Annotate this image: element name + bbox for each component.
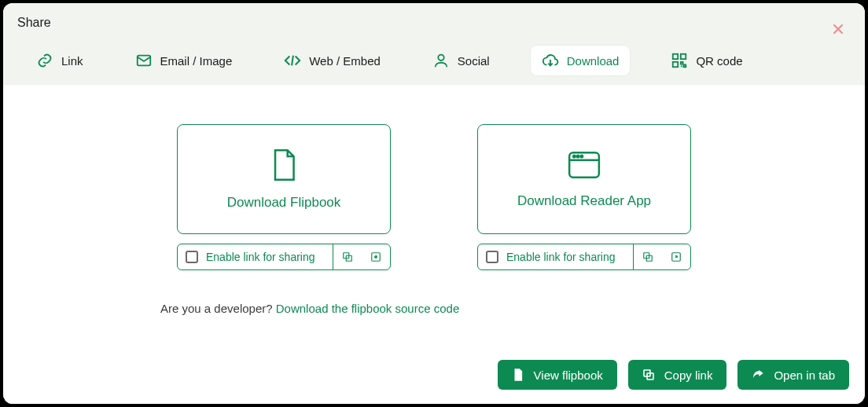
developer-line: Are you a developer? Download the flipbo… xyxy=(160,302,833,315)
tab-label: Web / Embed xyxy=(309,54,381,68)
svg-point-10 xyxy=(577,156,579,158)
btn-label: View flipbook xyxy=(534,368,603,382)
close-button[interactable] xyxy=(829,19,848,41)
tab-label: Link xyxy=(61,54,83,68)
svg-rect-4 xyxy=(673,62,678,67)
tab-social[interactable]: Social xyxy=(421,46,501,75)
svg-rect-2 xyxy=(673,54,678,59)
flipbook-sharing-row: Enable link for sharing xyxy=(177,244,391,270)
download-flipbook-button[interactable]: Download Flipbook xyxy=(177,124,391,234)
tab-qr[interactable]: QR code xyxy=(660,46,753,75)
close-icon xyxy=(833,24,843,34)
popout-icon xyxy=(671,251,682,262)
svg-point-11 xyxy=(581,156,583,158)
share-modal: Share Link Email / Image Web / Embed Soc… xyxy=(3,3,865,404)
tab-link[interactable]: Link xyxy=(25,46,94,75)
flipbook-column: Download Flipbook Enable link for sharin… xyxy=(177,124,391,270)
copy-share-button[interactable] xyxy=(333,244,362,270)
tab-label: Download xyxy=(567,54,620,68)
code-icon xyxy=(284,52,301,69)
copy-icon xyxy=(642,368,655,381)
card-label: Download Flipbook xyxy=(227,195,341,211)
svg-point-9 xyxy=(573,156,576,158)
checkbox-icon xyxy=(486,251,498,263)
modal-header: Share Link Email / Image Web / Embed Soc… xyxy=(3,3,865,85)
link-icon xyxy=(36,52,53,69)
tabs-row: Link Email / Image Web / Embed Social Do… xyxy=(17,41,851,85)
file-icon xyxy=(269,148,299,182)
open-in-tab-button[interactable]: Open in tab xyxy=(737,360,849,390)
reader-column: Download Reader App Enable link for shar… xyxy=(477,124,691,270)
footer-actions: View flipbook Copy link Open in tab xyxy=(498,360,849,390)
modal-title: Share xyxy=(17,8,851,41)
qr-icon xyxy=(671,52,688,69)
card-label: Download Reader App xyxy=(517,193,651,209)
tab-download[interactable]: Download xyxy=(531,46,631,75)
tab-label: QR code xyxy=(696,54,742,68)
enable-label: Enable link for sharing xyxy=(506,251,616,263)
copy-share-button[interactable] xyxy=(634,244,662,270)
enable-label: Enable link for sharing xyxy=(206,251,315,263)
file-icon xyxy=(512,368,524,382)
download-source-link[interactable]: Download the flipbook source code xyxy=(276,302,459,315)
copy-icon xyxy=(642,251,653,262)
download-reader-button[interactable]: Download Reader App xyxy=(477,124,691,234)
tab-web[interactable]: Web / Embed xyxy=(273,46,392,75)
modal-body: Download Flipbook Enable link for sharin… xyxy=(3,85,865,404)
tab-label: Social xyxy=(458,54,490,68)
btn-label: Open in tab xyxy=(774,368,835,382)
enable-link-toggle[interactable]: Enable link for sharing xyxy=(178,244,333,270)
copy-link-button[interactable]: Copy link xyxy=(628,360,727,390)
cloud-download-icon xyxy=(542,52,559,69)
btn-label: Copy link xyxy=(664,368,713,382)
enable-link-toggle[interactable]: Enable link for sharing xyxy=(478,244,634,270)
person-icon xyxy=(432,52,450,69)
open-share-button[interactable] xyxy=(362,244,390,270)
mail-icon xyxy=(135,52,153,69)
dev-prefix: Are you a developer? xyxy=(160,302,276,315)
checkbox-icon xyxy=(186,251,198,263)
popout-icon xyxy=(370,251,381,262)
app-window-icon xyxy=(567,149,601,181)
view-flipbook-button[interactable]: View flipbook xyxy=(498,360,617,390)
reader-sharing-row: Enable link for sharing xyxy=(477,244,691,270)
svg-rect-3 xyxy=(681,54,686,59)
cards-row: Download Flipbook Enable link for sharin… xyxy=(35,124,833,270)
tab-email[interactable]: Email / Image xyxy=(124,46,244,75)
tab-label: Email / Image xyxy=(160,54,233,68)
share-arrow-icon xyxy=(752,368,764,381)
open-share-button[interactable] xyxy=(662,244,690,270)
svg-point-1 xyxy=(438,55,443,60)
copy-icon xyxy=(342,251,353,262)
